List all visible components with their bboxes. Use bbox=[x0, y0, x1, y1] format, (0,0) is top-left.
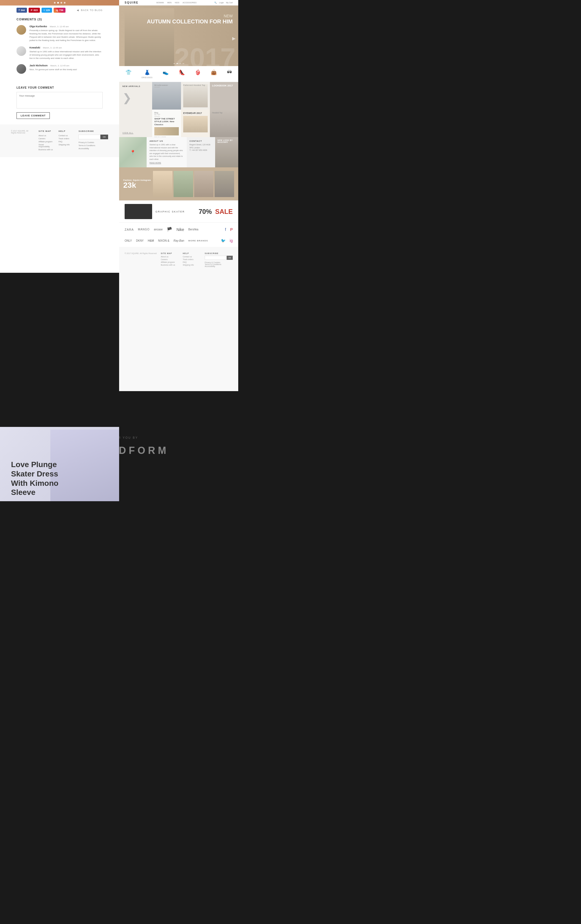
brand-only[interactable]: ONLY bbox=[125, 239, 132, 242]
footer-track[interactable]: Track orders bbox=[183, 259, 201, 261]
brand-rayban[interactable]: Ray-Ban bbox=[174, 239, 184, 242]
help-track[interactable]: Track orders bbox=[59, 138, 73, 140]
eyewear-cell[interactable]: EYEWEAR 2017 bbox=[181, 109, 210, 137]
hero-dot-4[interactable] bbox=[183, 63, 184, 64]
hero-dot-2[interactable] bbox=[176, 63, 178, 64]
eyewear-label: EYEWEAR 2017 bbox=[183, 112, 208, 114]
about-read-more[interactable]: READ MORE bbox=[150, 162, 184, 164]
nav-logo[interactable]: SQUIRE bbox=[125, 1, 138, 4]
hooded-top-cell[interactable]: Hooded Top bbox=[210, 109, 238, 137]
terms-link[interactable]: Terms & Conditions bbox=[78, 145, 108, 147]
patterned-hooded-top-cell[interactable]: Patterned Hooded Top bbox=[181, 82, 210, 109]
help-faq[interactable]: FAQ bbox=[59, 141, 73, 143]
twitter-icon: t bbox=[44, 9, 44, 12]
nav-woman[interactable]: WOMAN bbox=[156, 2, 164, 3]
help-contact[interactable]: Contact us bbox=[59, 135, 73, 137]
instagram-photo-4 bbox=[215, 171, 234, 197]
footer-about[interactable]: About us bbox=[161, 256, 179, 257]
carousel-dot-2[interactable] bbox=[57, 2, 59, 3]
footer-contact[interactable]: Contact us bbox=[183, 256, 201, 257]
subscribe-button[interactable]: OK bbox=[100, 135, 108, 139]
comment-input[interactable] bbox=[16, 92, 103, 109]
nav-men[interactable]: MEN bbox=[167, 2, 172, 3]
sitemap-careers[interactable]: Careers bbox=[38, 138, 53, 140]
brand-mango[interactable]: MANGO bbox=[138, 228, 150, 231]
brand-nixon[interactable]: NIXON & bbox=[158, 239, 170, 242]
footer-business[interactable]: Business with us bbox=[161, 264, 179, 266]
footer-subscribe-button[interactable]: OK bbox=[227, 256, 233, 260]
brand-bershka[interactable]: Bershka bbox=[188, 228, 198, 231]
footer-copyright-right: © 2017 SQUIRE. All Rights Reserved bbox=[125, 252, 156, 254]
brand-ancase[interactable]: ancase bbox=[154, 228, 163, 231]
footer-affiliate[interactable]: Affiliate program bbox=[161, 261, 179, 263]
hero-dot-1[interactable] bbox=[173, 63, 175, 64]
sitemap-social[interactable]: Social responsibility bbox=[38, 144, 53, 147]
leave-comment-button[interactable]: LEAVE COMMENT bbox=[16, 112, 50, 119]
carousel-dot-1[interactable] bbox=[54, 2, 56, 3]
new-arrivals-section: NEW ARRIVALS ❯ VIEW ALL bbox=[119, 82, 152, 137]
footer-faq[interactable]: FAQ bbox=[183, 261, 201, 263]
footer-accessibility[interactable]: Accessibility bbox=[205, 265, 233, 267]
footer-subscribe-input[interactable] bbox=[205, 256, 227, 260]
brand-nike[interactable]: Nike bbox=[176, 227, 184, 232]
sale-banner: GRAPHIC SKATER 70% SALE bbox=[119, 200, 238, 223]
nav-kids[interactable]: KIDS bbox=[175, 2, 179, 3]
carousel-dot-3[interactable] bbox=[61, 2, 62, 3]
footer-terms[interactable]: Terms & Conditions bbox=[205, 263, 233, 265]
cart-link[interactable]: My Cart bbox=[226, 2, 233, 4]
cat-bags[interactable]: 👜 bbox=[211, 69, 217, 78]
privacy-link[interactable]: Privacy & Cookies bbox=[78, 142, 108, 144]
sitemap-about[interactable]: About us bbox=[38, 135, 53, 137]
cat-heels[interactable]: 👠 bbox=[179, 69, 185, 78]
view-all-link[interactable]: VIEW ALL bbox=[122, 132, 149, 134]
pinterest-share-btn[interactable]: P 823 bbox=[29, 8, 40, 13]
cat-lingerie[interactable]: 👙 bbox=[195, 69, 201, 78]
sitemap-affiliate[interactable]: Affiliate program bbox=[38, 141, 53, 143]
comment-date: March, 3. 12:45 am bbox=[50, 64, 69, 67]
cat-shoes[interactable]: 👟 bbox=[163, 69, 169, 78]
brand-zara[interactable]: ZARA bbox=[125, 228, 134, 231]
footer-shipping[interactable]: Shipping info bbox=[183, 264, 201, 266]
comments-title: COMMENTS (3) bbox=[16, 18, 103, 21]
facebook-brand-icon[interactable]: f bbox=[225, 227, 226, 232]
sitemap-business[interactable]: Business with us bbox=[38, 148, 53, 150]
brand-flag[interactable]: 🏴 bbox=[167, 227, 172, 232]
footer-careers[interactable]: Careers bbox=[161, 259, 179, 261]
twitter-brand-icon[interactable]: 🐦 bbox=[221, 238, 225, 243]
carousel-dot-4[interactable] bbox=[64, 2, 66, 3]
instagram-icon: ig bbox=[56, 9, 58, 12]
back-to-blog-link[interactable]: ◀ BACK TO BLOG bbox=[77, 9, 103, 12]
new-arrivals-arrow[interactable]: ❯ bbox=[122, 91, 149, 104]
sale-word: SALE bbox=[215, 208, 233, 216]
pinterest-brand-icon[interactable]: P bbox=[230, 227, 233, 232]
hooded-top-label: Hooded Top bbox=[212, 112, 222, 114]
cat-glasses[interactable]: 🕶 bbox=[227, 69, 232, 78]
hero-dot-3[interactable] bbox=[179, 63, 181, 64]
more-brands[interactable]: MORE BRANDS bbox=[188, 239, 208, 242]
brand-dkny[interactable]: DKNY bbox=[136, 239, 144, 242]
nav-accessories[interactable]: ACCESSORIES bbox=[183, 2, 197, 3]
brands-row-1: ZARA MANGO ancase 🏴 Nike Bershka f P bbox=[119, 223, 238, 236]
sale-shoe-image bbox=[125, 204, 152, 219]
footer-privacy[interactable]: Privacy & Cookies bbox=[205, 261, 233, 263]
subscribe-input[interactable] bbox=[78, 135, 100, 139]
facebook-share-btn[interactable]: f 344 bbox=[16, 8, 27, 13]
sale-percent: 70% bbox=[199, 208, 212, 216]
blog-cell[interactable]: Blog 01 / 07 SHOP THE STREET STYLE LOOK:… bbox=[152, 109, 181, 137]
accessibility-link[interactable]: Accessibility bbox=[78, 147, 108, 149]
login-link[interactable]: Login bbox=[219, 2, 224, 4]
instagram-brand-icon[interactable]: ig bbox=[230, 238, 233, 243]
cat-dresses-label: DRESSES bbox=[142, 76, 153, 78]
windbreaker-cell[interactable]: Windbreaker bbox=[152, 82, 181, 109]
cat-tops[interactable]: 👕 bbox=[125, 69, 132, 78]
help-shipping[interactable]: Shipping info bbox=[59, 144, 73, 145]
search-icon[interactable]: 🔍 bbox=[214, 2, 217, 4]
instagram-share-btn[interactable]: ig 736 bbox=[54, 8, 66, 13]
brand-hm[interactable]: H&M bbox=[148, 239, 154, 242]
comment-item: Olga Kurlienko March, 3. 12:45 am Presen… bbox=[16, 25, 103, 42]
hero-next-arrow[interactable]: ▶ bbox=[232, 36, 235, 41]
twitter-share-btn[interactable]: t 129 bbox=[41, 8, 52, 13]
lookbook-cell[interactable]: LOOKBOOK 2017 bbox=[210, 82, 238, 109]
new-look-cell[interactable]: NEW LOOK BY MASONRY bbox=[215, 137, 238, 167]
cat-dresses[interactable]: 👗 DRESSES bbox=[142, 69, 153, 78]
